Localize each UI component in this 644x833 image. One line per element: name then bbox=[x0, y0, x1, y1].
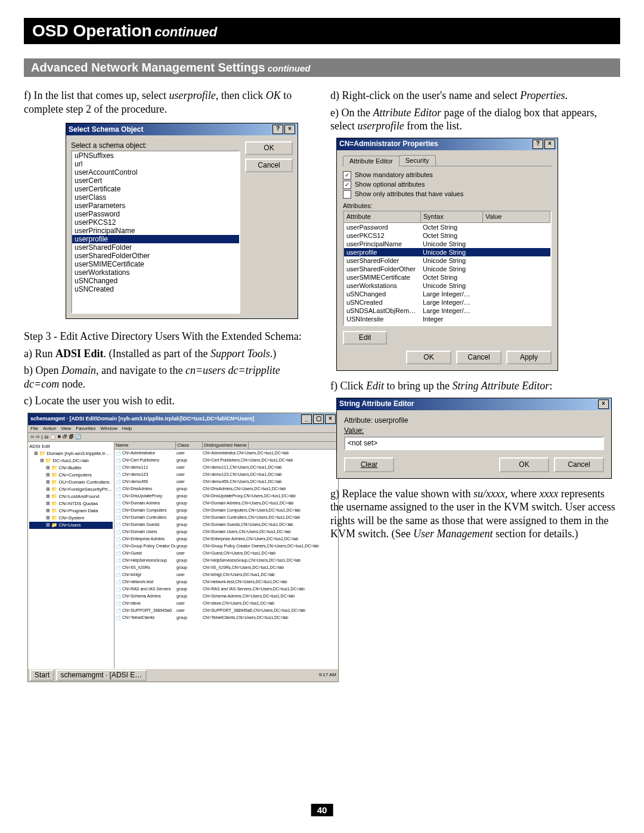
adsi-list[interactable]: NameClassDistinguished Name 📄 CN=Adminis… bbox=[114, 442, 338, 668]
table-row[interactable]: 📄 CN=SUPPORT_388945a0userCN=SUPPORT_3889… bbox=[114, 607, 338, 614]
table-row[interactable]: 📄 CN=Group Policy Creator Ow…groupCN=Gro… bbox=[114, 543, 338, 550]
table-row[interactable]: 📄 CN=Enterprise AdminsgroupCN=Enterprise… bbox=[114, 535, 338, 543]
schema-listbox[interactable]: uPNSuffixesurluserAccountControluserCert… bbox=[71, 150, 240, 314]
attributes-list[interactable]: Attribute Syntax Value userPasswordOctet… bbox=[343, 210, 552, 326]
list-item[interactable]: userSharedFolder bbox=[72, 243, 239, 252]
prop-tabs[interactable]: Attribute Editor Security bbox=[343, 155, 552, 167]
cancel-button[interactable]: Cancel bbox=[245, 159, 293, 172]
sae-value-input[interactable]: <not set> bbox=[344, 436, 604, 450]
list-item[interactable]: userPKCS12 bbox=[72, 218, 239, 227]
tree-node[interactable]: ⊞ 📁 CN=LostAndFound bbox=[29, 493, 113, 500]
table-row[interactable]: uSNDSALastObjRem…Large Integer/… bbox=[344, 306, 550, 315]
help-icon[interactable]: ? bbox=[273, 125, 283, 134]
menu-item[interactable]: File bbox=[30, 426, 38, 432]
list-item[interactable]: url bbox=[72, 160, 239, 168]
tree-node[interactable]: ⊞ 📁 CN=System bbox=[29, 515, 113, 522]
menu-item[interactable]: Help bbox=[122, 426, 132, 432]
column-header[interactable]: Class bbox=[176, 442, 203, 449]
list-item[interactable]: userClass bbox=[72, 193, 239, 202]
table-row[interactable]: 📄 CN=DnsAdminsgroupCN=DnsAdmins,CN=Users… bbox=[114, 485, 338, 493]
close-icon[interactable]: × bbox=[598, 400, 609, 409]
menu-item[interactable]: Action bbox=[43, 426, 56, 432]
table-row[interactable]: 📄 CN=demo456userCN=demo456,CN=Users,DC=t… bbox=[114, 478, 338, 485]
table-row[interactable]: 📄 CN=Domain AdminsgroupCN=Domain Admins,… bbox=[114, 500, 338, 507]
properties-dialog[interactable]: CN=Administrator Properties ? × Attribut… bbox=[336, 138, 558, 371]
tree-node[interactable]: ⊞ 📁 Domain [nyb-am3.tripplite.trplab] bbox=[29, 450, 113, 457]
table-row[interactable]: userPKCS12Octet String bbox=[344, 231, 550, 240]
cancel-button[interactable]: Cancel bbox=[456, 351, 501, 364]
menu-item[interactable]: Favorites bbox=[76, 426, 95, 432]
tree-node[interactable]: ⊞ 📁 OU=Domain Controllers bbox=[29, 479, 113, 486]
list-item[interactable]: userCert bbox=[72, 176, 239, 185]
tree-node[interactable]: ⊞ 📁 CN=NTDS Quotas bbox=[29, 500, 113, 507]
list-item[interactable]: userPrincipalName bbox=[72, 227, 239, 235]
table-row[interactable]: 📄 CN=Domain GuestsgroupCN=Domain Guests,… bbox=[114, 521, 338, 528]
table-row[interactable]: userSharedFolderUnicode String bbox=[344, 256, 550, 265]
help-icon[interactable]: ? bbox=[532, 140, 543, 149]
table-row[interactable]: uSNLastObjRemLarge Integer/… bbox=[344, 323, 550, 324]
list-item[interactable]: userWorkstations bbox=[72, 268, 239, 277]
tree-node[interactable]: ⊞ 📁 CN=Computers bbox=[29, 472, 113, 479]
column-header[interactable]: Name bbox=[114, 442, 176, 449]
list-item[interactable]: uSNDSALastObjRemoved bbox=[72, 293, 239, 295]
string-attribute-editor[interactable]: String Attribute Editor × Attribute: use… bbox=[336, 398, 612, 479]
check-values[interactable]: Show only attributes that have values bbox=[343, 190, 552, 199]
clear-button[interactable]: Clear bbox=[344, 457, 394, 472]
table-row[interactable]: 📄 CN=steveuserCN=steve,CN=Users,DC=tus1,… bbox=[114, 600, 338, 607]
table-row[interactable]: userSharedFolderOtherUnicode String bbox=[344, 265, 550, 273]
table-row[interactable]: userPrincipalNameUnicode String bbox=[344, 240, 550, 248]
table-row[interactable]: 📄 CN=TelnetClientsgroupCN=TelnetClients,… bbox=[114, 614, 338, 621]
list-item[interactable]: userCertificate bbox=[72, 185, 239, 193]
list-item[interactable]: userAccountControl bbox=[72, 168, 239, 176]
cancel-button[interactable]: Cancel bbox=[554, 457, 604, 472]
list-item[interactable]: userprofile bbox=[72, 235, 239, 243]
tree-node[interactable]: ⊞ 📁 CN=Program Data bbox=[29, 507, 113, 515]
menu-item[interactable]: View bbox=[61, 426, 71, 432]
adsi-edit-window[interactable]: schemamgmt · [ADSI Edit\Domain [nyb-am3.… bbox=[27, 413, 339, 682]
check-mandatory[interactable]: ✓Show mandatory attributes bbox=[343, 171, 552, 179]
table-row[interactable]: 📄 CN=RAS and IAS ServersgroupCN=RAS and … bbox=[114, 586, 338, 593]
taskbar[interactable]: Start schemamgmt · [ADSI E… 9:17 AM bbox=[28, 668, 338, 682]
list-item[interactable]: userSharedFolderOther bbox=[72, 252, 239, 260]
table-row[interactable]: 📄 CN=AdministratoruserCN=Administrator,C… bbox=[114, 450, 338, 457]
list-item[interactable]: uSNCreated bbox=[72, 285, 239, 293]
tree-node[interactable]: ⊞ 📁 CN=Builtin bbox=[29, 465, 113, 472]
table-row[interactable]: 📄 CN=demo111userCN=demo111,CN=Users,DC=t… bbox=[114, 464, 338, 471]
table-row[interactable]: USNIntersiteInteger bbox=[344, 315, 550, 323]
close-icon[interactable]: × bbox=[284, 125, 295, 134]
table-row[interactable]: 📄 CN=Domain ControllersgroupCN=Domain Co… bbox=[114, 514, 338, 521]
column-header[interactable]: Distinguished Name bbox=[203, 442, 249, 449]
table-row[interactable]: uSNChangedLarge Integer/… bbox=[344, 290, 550, 298]
ok-button[interactable]: OK bbox=[499, 457, 549, 472]
menu-item[interactable]: Window bbox=[100, 426, 117, 432]
table-row[interactable]: 📄 CN=krbtgtuserCN=krbtgt,CN=Users,DC=tus… bbox=[114, 571, 338, 578]
table-row[interactable]: userWorkstationsUnicode String bbox=[344, 281, 550, 290]
tree-node[interactable]: ADSI Edit bbox=[29, 443, 113, 450]
table-row[interactable]: 📄 CN=HelpServicesGroupgroupCN=HelpServic… bbox=[114, 557, 338, 564]
list-item[interactable]: uPNSuffixes bbox=[72, 151, 239, 160]
table-row[interactable]: 📄 CN=DnsUpdateProxygroupCN=DnsUpdateProx… bbox=[114, 493, 338, 500]
tab-attribute-editor[interactable]: Attribute Editor bbox=[343, 156, 400, 167]
start-button[interactable]: Start bbox=[30, 670, 54, 681]
adsi-menubar[interactable]: FileActionViewFavoritesWindowHelp bbox=[28, 425, 338, 433]
table-row[interactable]: 📄 CN=GuestuserCN=Guest,CN=Users,DC=tus1,… bbox=[114, 550, 338, 557]
list-item[interactable]: uSNChanged bbox=[72, 277, 239, 285]
ok-button[interactable]: OK bbox=[406, 351, 451, 364]
list-item[interactable]: userParameters bbox=[72, 202, 239, 210]
table-row[interactable]: 📄 CN=demo123userCN=demo123,CN=Users,DC=t… bbox=[114, 471, 338, 478]
close-icon[interactable]: × bbox=[544, 140, 555, 149]
table-row[interactable]: userPasswordOctet String bbox=[344, 223, 550, 231]
table-row[interactable]: 📄 CN=Cert PublishersgroupCN=Cert Publish… bbox=[114, 457, 338, 464]
table-row[interactable]: 📄 CN=IIS_IUSRsgroupCN=IIS_IUSRs,CN=Users… bbox=[114, 564, 338, 571]
adsi-tree[interactable]: ADSI Edit⊞ 📁 Domain [nyb-am3.tripplite.t… bbox=[28, 442, 114, 668]
apply-button[interactable]: Apply bbox=[506, 351, 552, 364]
tree-node[interactable]: ⊞ 📁 DC=tus1,DC=lab bbox=[29, 457, 113, 465]
maximize-icon[interactable]: ▢ bbox=[313, 414, 324, 424]
tree-node[interactable]: ⊞ 📁 CN=ForeignSecurityPrincipals bbox=[29, 486, 113, 493]
adsi-toolbar[interactable]: ⇦ ⇨ | 🗂 📋 ✖ 🗗 🗐 🔄 bbox=[28, 433, 338, 442]
list-item[interactable]: userSMIMECertificate bbox=[72, 260, 239, 268]
table-row[interactable]: 📄 CN=Domain ComputersgroupCN=Domain Comp… bbox=[114, 507, 338, 514]
taskbar-app[interactable]: schemamgmt · [ADSI E… bbox=[56, 670, 147, 681]
table-row[interactable]: userSMIMECertificateOctet String bbox=[344, 273, 550, 281]
edit-button[interactable]: Edit bbox=[343, 331, 387, 345]
